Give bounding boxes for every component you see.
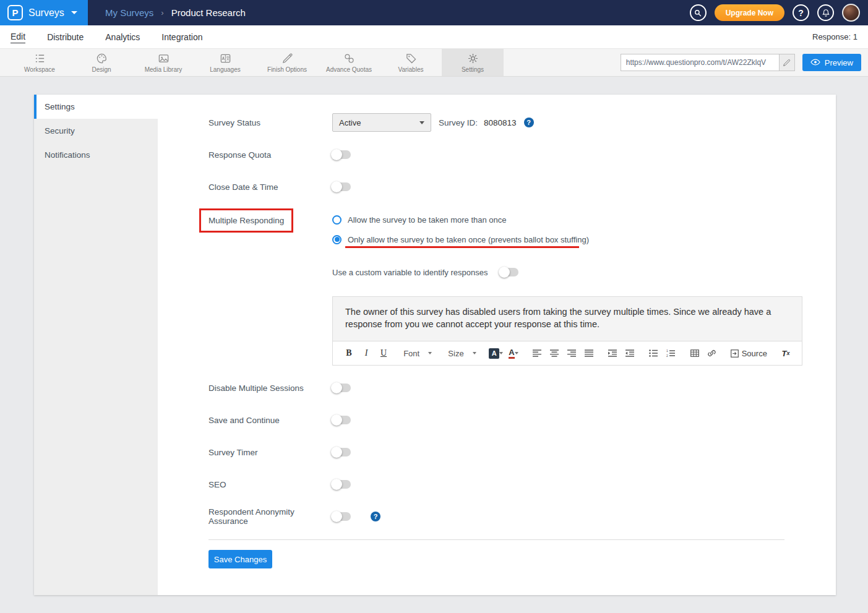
toolbar-item-variables[interactable]: Variables — [380, 49, 442, 76]
source-button[interactable]: Source — [728, 349, 770, 358]
seo-toggle[interactable] — [332, 480, 351, 489]
font-dropdown[interactable]: Font — [400, 349, 436, 358]
languages-icon — [220, 53, 231, 64]
seo-label: SEO — [208, 480, 332, 489]
close-date-toggle[interactable] — [332, 182, 351, 191]
search-icon[interactable] — [690, 4, 707, 21]
respondent-anonymity-toggle[interactable] — [332, 512, 351, 521]
chevron-down-icon — [473, 352, 476, 354]
close-date-row: Close Date & Time — [208, 178, 804, 196]
underline-button[interactable]: U — [376, 345, 391, 361]
italic-button[interactable]: I — [359, 345, 374, 361]
sidebar-item-notifications[interactable]: Notifications — [34, 143, 158, 167]
disable-multiple-sessions-label: Disable Multiple Sessions — [208, 384, 332, 393]
size-dropdown[interactable]: Size — [444, 349, 479, 358]
align-justify-icon[interactable] — [582, 345, 596, 361]
disable-multiple-sessions-toggle[interactable] — [332, 384, 351, 392]
media-library-icon — [158, 53, 170, 64]
upgrade-now-button[interactable]: Upgrade Now — [715, 4, 784, 21]
survey-status-label: Survey Status — [208, 118, 332, 127]
remove-format-button[interactable]: Tx — [778, 345, 793, 361]
disabled-message-editor: The owner of this survey has disabled us… — [332, 296, 802, 366]
bold-button[interactable]: B — [342, 345, 356, 361]
toolbar-item-languages[interactable]: Languages — [194, 49, 256, 76]
finish-options-icon — [281, 53, 293, 64]
save-and-continue-row: Save and Continue — [208, 411, 804, 429]
background-color-button[interactable]: A — [489, 345, 504, 361]
link-icon[interactable] — [705, 345, 720, 361]
svg-text:1: 1 — [666, 349, 668, 353]
radio-only-once[interactable]: Only allow the survey to be taken once (… — [332, 229, 589, 249]
toolbar-item-media-library[interactable]: Media Library — [132, 49, 194, 76]
indent-icon[interactable] — [605, 345, 620, 361]
advance-quotas-icon — [343, 53, 355, 64]
tab-analytics[interactable]: Analytics — [105, 31, 140, 43]
tab-edit[interactable]: Edit — [11, 30, 25, 43]
close-date-label: Close Date & Time — [208, 182, 332, 192]
toolbar-item-advance-quotas[interactable]: Advance Quotas — [318, 49, 380, 76]
response-count[interactable]: Response: 1 — [812, 32, 857, 41]
survey-id-label: Survey ID: — [439, 118, 478, 127]
survey-timer-toggle[interactable] — [332, 448, 351, 457]
survey-status-help-icon[interactable]: ? — [524, 118, 534, 127]
respondent-anonymity-help-icon[interactable]: ? — [371, 512, 380, 521]
form-divider — [208, 539, 784, 540]
breadcrumb: My Surveys › Product Research — [105, 7, 246, 18]
survey-timer-label: Survey Timer — [208, 448, 332, 457]
sidebar-item-settings[interactable]: Settings — [34, 95, 158, 119]
product-name: Surveys — [28, 7, 64, 19]
outdent-icon[interactable] — [622, 345, 637, 361]
settings-gear-icon — [467, 53, 479, 64]
custom-variable-label: Use a custom variable to identify respon… — [332, 268, 488, 277]
multiple-responding-options: Allow the survey to be taken more than o… — [332, 210, 589, 249]
preview-button[interactable]: Preview — [802, 54, 861, 71]
respondent-anonymity-label: Respondent Anonymity Assurance — [208, 507, 332, 526]
toolbar-item-design[interactable]: Design — [71, 49, 132, 76]
seo-row: SEO — [208, 475, 804, 494]
notifications-bell-icon[interactable] — [817, 4, 834, 21]
edit-toolbar: Workspace Design Media Library Languages… — [0, 49, 868, 77]
align-center-icon[interactable] — [547, 345, 562, 361]
text-color-button[interactable]: A — [506, 345, 521, 361]
help-icon[interactable]: ? — [793, 4, 809, 21]
breadcrumb-my-surveys[interactable]: My Surveys — [105, 7, 153, 18]
survey-status-row: Survey Status Active Survey ID: 8080813 … — [208, 113, 804, 132]
save-changes-button[interactable]: Save Changes — [208, 550, 272, 568]
toolbar-item-settings[interactable]: Settings — [442, 49, 504, 76]
toolbar-right: Preview — [621, 49, 868, 76]
survey-status-select[interactable]: Active — [332, 113, 431, 132]
multiple-responding-label: Multiple Responding — [208, 216, 284, 225]
chevron-down-icon — [499, 352, 503, 354]
disable-multiple-sessions-row: Disable Multiple Sessions — [208, 379, 804, 397]
chevron-down-icon — [515, 352, 518, 354]
response-quota-row: Response Quota — [208, 145, 804, 164]
product-switcher[interactable]: P Surveys — [0, 0, 88, 25]
response-quota-label: Response Quota — [208, 150, 332, 160]
variables-tag-icon — [405, 53, 417, 64]
design-palette-icon — [96, 53, 108, 64]
bullet-list-icon[interactable] — [646, 345, 661, 361]
chevron-down-icon — [71, 11, 77, 14]
custom-variable-row: Use a custom variable to identify respon… — [208, 263, 804, 281]
response-quota-toggle[interactable] — [332, 150, 351, 159]
save-and-continue-toggle[interactable] — [332, 416, 351, 424]
tab-distribute[interactable]: Distribute — [47, 31, 84, 43]
edit-url-pencil-icon[interactable] — [779, 54, 794, 71]
tab-integration[interactable]: Integration — [161, 31, 202, 43]
survey-url-input[interactable] — [621, 54, 779, 71]
breadcrumb-separator-icon: › — [161, 8, 163, 17]
save-and-continue-label: Save and Continue — [208, 416, 332, 425]
align-left-icon[interactable] — [530, 345, 544, 361]
disabled-message-text[interactable]: The owner of this survey has disabled us… — [333, 297, 802, 341]
radio-allow-multiple[interactable]: Allow the survey to be taken more than o… — [332, 210, 589, 229]
sidebar-item-security[interactable]: Security — [34, 119, 158, 143]
align-right-icon[interactable] — [564, 345, 579, 361]
toolbar-item-finish-options[interactable]: Finish Options — [256, 49, 318, 76]
table-icon[interactable] — [687, 345, 702, 361]
topbar-actions: Upgrade Now ? — [690, 4, 868, 22]
toolbar-item-workspace[interactable]: Workspace — [9, 49, 71, 76]
user-avatar[interactable] — [842, 4, 860, 22]
numbered-list-icon[interactable]: 12 — [663, 345, 678, 361]
sidebar-rest: Security Notifications — [34, 119, 158, 595]
custom-variable-toggle[interactable] — [500, 268, 518, 276]
